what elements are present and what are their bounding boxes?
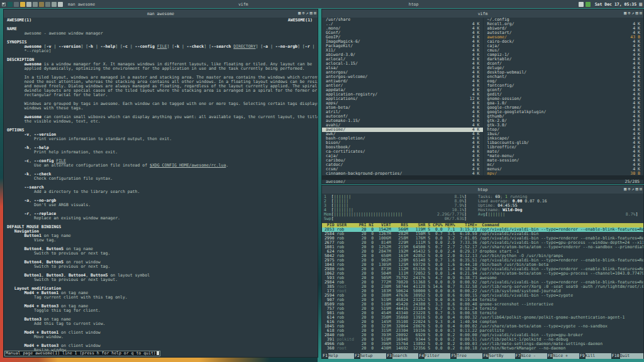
file-row[interactable]: cairo-dock/4 K: [484, 40, 644, 44]
tag-1-square[interactable]: [2, 3, 6, 6]
file-row[interactable]: menus/4 K: [484, 167, 644, 172]
file-row[interactable]: autostart/4 K: [484, 31, 644, 35]
process-row[interactable]: 2980 rob 20 0 873M 112M 65156 S 0.0 1.4 …: [322, 267, 643, 272]
titlebar-close-icon[interactable]: ⊠: [640, 185, 642, 194]
titlebar-move-icon[interactable]: ⊕: [628, 185, 630, 194]
titlebar-ontop-icon[interactable]: ↗: [631, 185, 634, 194]
tasklist-item-man-awesome[interactable]: man awesome: [65, 0, 236, 8]
fkey-nice--button[interactable]: F7Nice -: [515, 353, 547, 359]
file-row[interactable]: bash-completion/4 K: [322, 136, 483, 141]
fkey-quit-button[interactable]: F10Quit: [611, 353, 643, 359]
titlebar-ontop-icon[interactable]: ↗: [631, 9, 634, 18]
process-row[interactable]: 624 rob 20 0 2847M 192M 45432 S 0.0 2.4 …: [322, 250, 643, 254]
launcher-doc-icon[interactable]: [33, 2, 38, 7]
file-row[interactable]: mate-session/4 K: [484, 158, 644, 163]
process-row[interactable]: 1081 rob 20 0 1252M 215M 64500 S 0.7 2.7…: [322, 245, 643, 250]
fkey-tree-button[interactable]: F5Tree: [450, 353, 482, 359]
fkey-sortby-button[interactable]: F6SortBy: [482, 353, 514, 359]
process-row[interactable]: 2853 rob 20 0 1542M 566M 119M S 0.0 7.1 …: [322, 228, 643, 232]
process-row[interactable]: 981 rob 20 0 454M 43340 23228 S 0.7 0.5 …: [322, 311, 643, 315]
process-row[interactable]: 593 rob 20 0 505M 75792 24176 S 4.7 0.9 …: [322, 276, 643, 280]
launcher-image-icon[interactable]: [52, 2, 57, 7]
file-row[interactable]: Recoll.org/4 K: [484, 22, 644, 26]
file-row[interactable]: htop/4 K: [484, 128, 644, 132]
file-row[interactable]: caja/4 K: [322, 154, 483, 158]
file-row[interactable]: gconf/4 K: [484, 88, 644, 92]
file-row[interactable]: enchant/4 K: [484, 75, 644, 79]
process-row[interactable]: 2984 rob 20 0 772M 70820 51368 S 0.0 0.9…: [322, 280, 643, 285]
titlebar-maximize-icon[interactable]: ▤: [636, 9, 638, 18]
process-row[interactable]: 907 rob 20 0 519M 45824 23252 S 0.0 0.6 …: [322, 298, 643, 302]
process-row[interactable]: 2584 rob 20 0 1267M 282M 150M S 0.7 3.5 …: [322, 232, 643, 236]
launcher-archive-icon[interactable]: [39, 2, 44, 7]
file-row[interactable]: libreoffice/4 K: [484, 145, 644, 150]
process-row[interactable]: 616 rob 20 0 145M 35108 22024 S 9.3 0.4 …: [322, 320, 643, 324]
process-row[interactable]: 1062 rob 20 0 504M 111M 72052 S 0.0 1.4 …: [322, 272, 643, 276]
file-row[interactable]: abiword-3.0/4 K: [322, 53, 483, 57]
file-row[interactable]: antiword/4 K: [322, 79, 483, 84]
titlebar-ontop-icon[interactable]: ↗: [306, 9, 308, 18]
launcher-edit-icon[interactable]: [26, 2, 31, 7]
titlebar-close-icon[interactable]: ⊠: [314, 9, 316, 18]
file-row[interactable]: PackageKit/4 K: [322, 44, 483, 48]
process-row[interactable]: 2840 rob 20 0 393M 20092 6920 S 0.0 0.2 …: [322, 333, 643, 337]
file-row[interactable]: automake-1.15/4 K: [322, 119, 483, 123]
file-row[interactable]: ca-certificates/4 K: [322, 150, 483, 154]
file-row[interactable]: aclocal-1.15/4 K: [322, 62, 483, 66]
vifm-titlebar[interactable]: vifm ▦⊕↗▤⊠: [322, 9, 643, 18]
file-row[interactable]: gnome-session/4 K: [484, 97, 644, 101]
file-row[interactable]: avahi/4 K: [322, 123, 483, 128]
man-titlebar[interactable]: man awesome ▦⊕↗▤⊠: [4, 9, 318, 18]
file-row[interactable]: google-googletalkplugin/4 K: [484, 110, 644, 114]
htop-titlebar[interactable]: htop ▦⊕↗▤⊠: [322, 185, 643, 194]
process-row[interactable]: 360 root 20 0 430M 14692 12356 S 0.0 0.2…: [322, 346, 643, 351]
file-row[interactable]: gtk-2.0/4 K: [484, 119, 644, 123]
process-row[interactable]: 2677 rob 20 0 814M 229M 111M S 0.0 2.9 7…: [322, 241, 643, 245]
fkey-setup-button[interactable]: F2Setup: [354, 353, 386, 359]
file-row[interactable]: desktop-webmail/4 K: [484, 70, 644, 75]
fkey-filter-button[interactable]: F4Filter: [418, 353, 450, 359]
vifm-terminal[interactable]: /usr/share ../4 K.mono/4 KGConf/4 KGeoIP…: [322, 18, 643, 184]
titlebar-grid-icon[interactable]: ▦: [624, 9, 626, 18]
titlebar-grid-icon[interactable]: ▦: [298, 9, 301, 18]
file-row[interactable]: atom-beta/4 K: [322, 106, 483, 110]
dropbox-tray-icon[interactable]: [586, 2, 591, 7]
vifm-right-pane[interactable]: ~/.config Recoll.org/4 Kabiword/4 Kautos…: [483, 18, 644, 175]
process-row[interactable]: 2594 rob 20 0 388M 47636 38952 S 0.0 0.6…: [322, 293, 643, 298]
file-row[interactable]: darktable/4 K: [484, 57, 644, 62]
file-row[interactable]: ../4 K: [322, 22, 483, 26]
file-row[interactable]: fontconfig/4 K: [484, 84, 644, 88]
fkey-search-button[interactable]: F3Search: [386, 353, 418, 359]
titlebar-maximize-icon[interactable]: ▤: [636, 185, 638, 194]
process-row[interactable]: 757 rob 20 0 519M 44416 23184 S 0.7 0.5 …: [322, 307, 643, 311]
file-row[interactable]: caribou/4 K: [322, 158, 483, 163]
file-row[interactable]: mc/4 K: [484, 163, 644, 167]
tasklist-item-vifm[interactable]: vifm: [236, 0, 406, 8]
taglist[interactable]: [0, 3, 8, 6]
file-row[interactable]: dconf/4 K: [484, 62, 644, 66]
file-row[interactable]: applications/12 K: [322, 97, 483, 101]
tasklist-item-htop[interactable]: htop: [406, 0, 577, 8]
process-row[interactable]: 4966 rob 20 0 396M 15764 13892 S 0.0 0.2…: [322, 342, 643, 346]
man-terminal[interactable]: AWESOME(1) AWESOME(1) NAME awesome - awe…: [4, 18, 318, 358]
process-row[interactable]: 8509 rob 20 0 510M 45420 24380 S 3.3 0.6…: [322, 302, 643, 307]
process-row[interactable]: 1045 rob 20 0 323M 32064 28676 S 0.0 0.4…: [322, 324, 643, 329]
launcher-app-icon[interactable]: [58, 2, 63, 7]
file-row[interactable]: .mono/4 K: [322, 26, 483, 31]
layoutbox-icon[interactable]: ▦: [639, 1, 644, 7]
file-row[interactable]: GConf/4 K: [322, 31, 483, 35]
htop-terminal[interactable]: 1 [||||||| 8.1%]2 [|||||| 8.0%]3 [||||||…: [322, 194, 643, 359]
titlebar-move-icon[interactable]: ⊕: [628, 9, 630, 18]
fkey-nice--button[interactable]: F8Nice +: [547, 353, 579, 359]
launcher-settings-icon[interactable]: [45, 2, 50, 7]
vifm-left-pane[interactable]: /usr/share ../4 K.mono/4 KGConf/4 KGeoIP…: [322, 18, 483, 175]
titlebar-maximize-icon[interactable]: ▤: [310, 9, 313, 18]
process-row[interactable]: 385 root 20 0 230M 58744 41128 S 14.6 0.…: [322, 285, 643, 289]
process-row[interactable]: 5042 rob 20 0 650M 161M 42852 S 0.0 2.0 …: [322, 254, 643, 258]
launcher-media-icon[interactable]: [14, 2, 19, 7]
fkey-help-button[interactable]: F1Help: [322, 353, 354, 359]
file-row[interactable]: catdoc/4 K: [322, 163, 483, 167]
file-row[interactable]: gtk-3.0/4 K: [484, 123, 644, 128]
file-row[interactable]: caja/4 K: [484, 44, 644, 48]
titlebar-close-icon[interactable]: ⊠: [640, 9, 642, 18]
